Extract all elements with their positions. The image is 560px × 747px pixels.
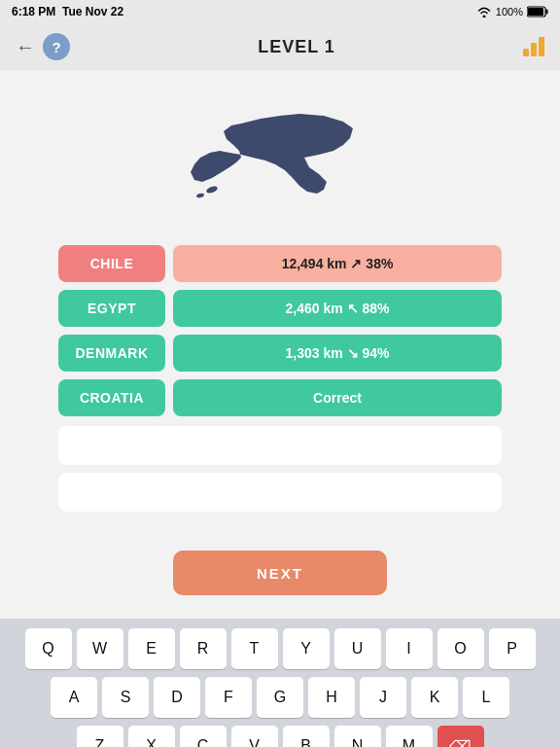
keyboard-row-2: ZXCVBNM⌫ <box>4 726 556 747</box>
key-i[interactable]: I <box>386 628 433 669</box>
svg-point-4 <box>196 193 205 198</box>
guess-row-0: CHILE12,494 km ↗ 38% <box>58 245 502 282</box>
input-area <box>0 426 560 512</box>
nav-bar: ← ? LEVEL 1 <box>0 23 560 70</box>
wifi-icon <box>476 6 492 18</box>
bar1 <box>523 49 529 56</box>
key-y[interactable]: Y <box>283 628 330 669</box>
status-time: 6:18 PM Tue Nov 22 <box>12 5 123 18</box>
key-d[interactable]: D <box>154 677 200 718</box>
level-title: LEVEL 1 <box>258 37 335 57</box>
keyboard: QWERTYUIOPASDFGHJKLZXCVBNM⌫ <box>0 619 560 747</box>
status-bar: 6:18 PM Tue Nov 22 100% <box>0 0 560 23</box>
next-button[interactable]: NEXT <box>173 551 387 595</box>
battery-text: 100% <box>496 6 523 18</box>
back-button[interactable]: ← <box>16 36 35 58</box>
key-n[interactable]: N <box>334 726 381 747</box>
key-q[interactable]: Q <box>25 628 72 669</box>
key-o[interactable]: O <box>438 628 484 669</box>
bar3 <box>539 37 544 56</box>
guess-rows: CHILE12,494 km ↗ 38%EGYPT2,460 km ↖ 88%D… <box>0 245 560 416</box>
guess-input-2[interactable] <box>58 473 502 512</box>
svg-rect-1 <box>546 10 548 15</box>
country-label-0: CHILE <box>58 245 165 282</box>
key-s[interactable]: S <box>102 677 149 718</box>
key-u[interactable]: U <box>334 628 381 669</box>
key-l[interactable]: L <box>463 677 509 718</box>
stats-button[interactable] <box>523 37 544 56</box>
svg-point-3 <box>205 185 218 195</box>
help-button[interactable]: ? <box>43 33 70 60</box>
key-j[interactable]: J <box>360 677 406 718</box>
key-x[interactable]: X <box>128 726 175 747</box>
country-label-2: DENMARK <box>58 335 165 372</box>
country-map <box>173 94 387 231</box>
key-m[interactable]: M <box>386 726 433 747</box>
key-r[interactable]: R <box>180 628 227 669</box>
key-p[interactable]: P <box>489 628 536 669</box>
hint-box-1: 2,460 km ↖ 88% <box>173 290 502 327</box>
nav-left: ← ? <box>16 33 70 60</box>
status-icons: 100% <box>476 6 548 18</box>
hint-box-2: 1,303 km ↘ 94% <box>173 335 502 372</box>
guess-row-3: CROATIACorrect <box>58 379 502 416</box>
key-c[interactable]: C <box>180 726 227 747</box>
map-container <box>0 70 560 245</box>
hint-box-3: Correct <box>173 379 502 416</box>
key-w[interactable]: W <box>77 628 123 669</box>
keyboard-row-1: ASDFGHJKL <box>4 677 556 718</box>
country-label-1: EGYPT <box>58 290 165 327</box>
keyboard-row-0: QWERTYUIOP <box>4 628 556 669</box>
key-f[interactable]: F <box>205 677 252 718</box>
guess-input-1[interactable] <box>58 426 502 465</box>
key-z[interactable]: Z <box>77 726 123 747</box>
key-e[interactable]: E <box>128 628 175 669</box>
key-t[interactable]: T <box>231 628 278 669</box>
guess-row-2: DENMARK1,303 km ↘ 94% <box>58 335 502 372</box>
battery-icon <box>527 6 548 18</box>
key-b[interactable]: B <box>283 726 330 747</box>
svg-rect-2 <box>528 8 543 16</box>
country-label-3: CROATIA <box>58 379 165 416</box>
key-h[interactable]: H <box>308 677 355 718</box>
bar2 <box>531 43 537 56</box>
key-a[interactable]: A <box>51 677 97 718</box>
key-k[interactable]: K <box>411 677 458 718</box>
backspace-key[interactable]: ⌫ <box>438 726 484 747</box>
key-v[interactable]: V <box>231 726 278 747</box>
hint-box-0: 12,494 km ↗ 38% <box>173 245 502 282</box>
guess-row-1: EGYPT2,460 km ↖ 88% <box>58 290 502 327</box>
key-g[interactable]: G <box>257 677 303 718</box>
main-content: CHILE12,494 km ↗ 38%EGYPT2,460 km ↖ 88%D… <box>0 70 560 619</box>
